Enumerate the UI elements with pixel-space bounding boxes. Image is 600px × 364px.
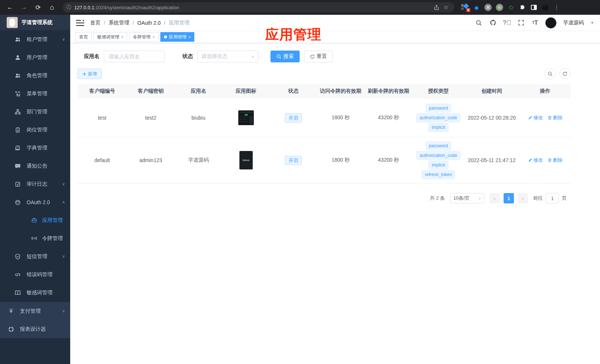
col-client-id: 客户端编号 xyxy=(78,88,127,95)
fullscreen-icon[interactable] xyxy=(517,19,525,27)
next-page-button[interactable]: › xyxy=(518,193,528,203)
col-created: 创建时间 xyxy=(464,88,519,95)
page-size-select[interactable]: 10条/页 ∨ xyxy=(450,193,484,203)
sidebar-item-sensitive-word[interactable]: 敏感词管理 xyxy=(0,284,70,302)
profile-avatar-icon[interactable]: 😃 xyxy=(541,3,549,11)
chevron-down-icon[interactable]: ▼ xyxy=(590,21,594,25)
help-icon[interactable]: ?⃝ xyxy=(503,19,511,27)
page-unit-label: 页 xyxy=(562,195,567,202)
sidebar-item-errorcode[interactable]: 错误码管理 xyxy=(0,265,70,284)
extensions-puzzle-icon[interactable] xyxy=(518,3,526,11)
sidebar-menu: 租户管理∨ 用户管理 角色管理 菜单管理 部门管理 岗位管理 xyxy=(0,30,70,364)
edit-button[interactable]: 修改 xyxy=(528,114,543,121)
chevron-down-icon: ∨ xyxy=(251,54,254,59)
user-avatar[interactable] xyxy=(545,17,556,28)
sidebar-item-sms[interactable]: 短信管理∨ xyxy=(0,247,70,265)
edit-button[interactable]: 修改 xyxy=(528,157,543,164)
browser-back-button[interactable]: ← xyxy=(4,2,16,13)
chevron-down-icon: ∨ xyxy=(478,196,481,200)
browser-home-button[interactable]: ⌂ xyxy=(46,2,58,13)
extension-record-icon[interactable] xyxy=(495,3,504,11)
tab-home[interactable]: 首页 xyxy=(75,32,92,42)
sidebar-item-tenant[interactable]: 租户管理∨ xyxy=(0,30,70,48)
sidebar-item-oauth2-application[interactable]: 应用管理 xyxy=(0,211,70,229)
extension-green-star-icon[interactable]: ✩ xyxy=(507,3,515,11)
app-name-input[interactable] xyxy=(104,51,165,62)
search-button[interactable]: 搜索 xyxy=(270,51,300,62)
breadcrumb-system[interactable]: 系统管理 xyxy=(109,20,129,26)
breadcrumb-current: 应用管理 xyxy=(169,20,190,26)
cell-app-name: biubiu xyxy=(175,115,222,121)
extensions-tray: 9 ◆ ⌘ ✩ 😃 ⋮ xyxy=(461,3,561,11)
goto-page-input[interactable] xyxy=(546,193,559,203)
bookmark-star-icon[interactable]: ☆ xyxy=(441,4,451,11)
share-icon[interactable] xyxy=(432,5,441,10)
prev-page-button[interactable]: ‹ xyxy=(490,193,500,203)
close-icon[interactable]: × xyxy=(121,35,123,39)
chevron-down-icon: ∨ xyxy=(62,182,65,186)
status-select[interactable]: 请选择状态 ∨ xyxy=(197,51,258,62)
col-app-name: 应用名 xyxy=(175,88,222,95)
page-1-button[interactable]: 1 xyxy=(504,193,514,203)
github-icon[interactable] xyxy=(489,19,497,27)
font-size-icon[interactable]: TT xyxy=(531,19,539,27)
delete-button[interactable]: 删除 xyxy=(548,157,563,164)
sidebar-item-pay[interactable]: ¥ 支付管理∨ xyxy=(0,302,70,320)
add-button[interactable]: 新增 xyxy=(78,69,102,79)
sidebar-item-audit-log[interactable]: 审计日志∨ xyxy=(0,175,70,193)
app-logo-row[interactable]: 芋道管理系统 xyxy=(0,15,70,30)
sidebar-item-oauth2[interactable]: OAuth 2.0∧ xyxy=(0,193,70,211)
sidebar-item-menu[interactable]: 菜单管理 xyxy=(0,85,70,103)
breadcrumb-oauth2[interactable]: OAuth 2.0 xyxy=(137,20,161,26)
delete-button[interactable]: 删除 xyxy=(548,114,563,121)
sidebar-item-post[interactable]: 岗位管理 xyxy=(0,121,70,139)
app-title: 芋道管理系统 xyxy=(21,19,52,26)
breadcrumb: 首页 / 系统管理 / OAuth 2.0 / 应用管理 xyxy=(90,20,190,26)
navbar-actions: ?⃝ TT 芋道源码 ▼ xyxy=(475,17,594,28)
close-icon[interactable]: × xyxy=(188,35,191,39)
sidebar-item-role[interactable]: 角色管理 xyxy=(0,66,70,85)
browser-forward-button[interactable]: → xyxy=(18,2,30,13)
refresh-table-button[interactable] xyxy=(559,68,570,79)
tab-sensitive-word[interactable]: 敏感词管理× xyxy=(93,32,127,42)
table-header-row: 客户端编号 客户端密钥 应用名 应用图标 状态 访问令牌的有效期 刷新令牌的有效… xyxy=(78,84,571,99)
active-dot xyxy=(164,35,167,38)
tab-application[interactable]: 应用管理× xyxy=(160,32,194,42)
cell-refresh-ttl: 43200 秒 xyxy=(364,157,413,164)
extension-badge: 9 xyxy=(466,8,470,12)
table-row: default admin123 芋道源码 GitHub 开启 1800 秒 4… xyxy=(78,137,571,183)
browser-menu-icon[interactable]: ⋮ xyxy=(553,3,561,11)
browser-reload-button[interactable]: ⟳ xyxy=(32,2,44,13)
grant-tag: implicit xyxy=(428,161,449,169)
extension-gem-icon[interactable]: ◆ xyxy=(473,3,481,11)
chevron-up-icon: ∧ xyxy=(62,200,65,205)
username[interactable]: 芋道源码 xyxy=(563,20,584,26)
tab-token[interactable]: 令牌管理× xyxy=(129,32,158,42)
cell-access-ttl: 1800 秒 xyxy=(317,157,364,164)
sidebar-item-dict[interactable]: 字典管理 xyxy=(0,139,70,157)
pagination: 共 2 条 10条/页 ∨ ‹ 1 › 前往 页 xyxy=(78,193,567,203)
close-icon[interactable]: × xyxy=(152,35,154,39)
grant-tag: authorization_code xyxy=(416,113,460,122)
reset-button[interactable]: 重置 xyxy=(304,51,333,62)
sidebar-item-user[interactable]: 用户管理 xyxy=(0,48,70,66)
filter-form: 应用名 状态 请选择状态 ∨ 搜索 重置 xyxy=(84,51,593,62)
chevron-down-icon: ∨ xyxy=(62,37,65,42)
extension-command-icon[interactable]: ⌘ xyxy=(484,3,492,11)
app-thumbnail-github: GitHub xyxy=(239,151,253,169)
site-info-icon[interactable]: ⓘ xyxy=(67,4,71,11)
browser-toolbar: ← → ⟳ ⌂ ⓘ 127.0.0.1:1024/system/oauth2/o… xyxy=(0,0,600,15)
side-panel-icon[interactable] xyxy=(530,3,538,11)
sidebar-item-notice[interactable]: 通知公告 xyxy=(0,157,70,175)
extension-blue-diamond-icon[interactable]: 9 xyxy=(461,3,469,11)
sidebar-collapse-icon[interactable] xyxy=(76,20,84,26)
sidebar-item-report-designer[interactable]: 报表设计器 xyxy=(0,320,70,338)
breadcrumb-home[interactable]: 首页 xyxy=(90,20,100,26)
toggle-search-button[interactable] xyxy=(545,68,556,79)
col-refresh-ttl: 刷新令牌的有效期 xyxy=(364,88,413,95)
search-icon[interactable] xyxy=(475,19,483,27)
cell-created: 2022-05-11 21:47:12 xyxy=(464,157,519,163)
sidebar-item-dept[interactable]: 部门管理 xyxy=(0,103,70,121)
address-bar[interactable]: ⓘ 127.0.0.1:1024/system/oauth2/oauth2/ap… xyxy=(63,2,454,13)
sidebar-item-oauth2-token[interactable]: 令牌管理 xyxy=(0,229,70,247)
